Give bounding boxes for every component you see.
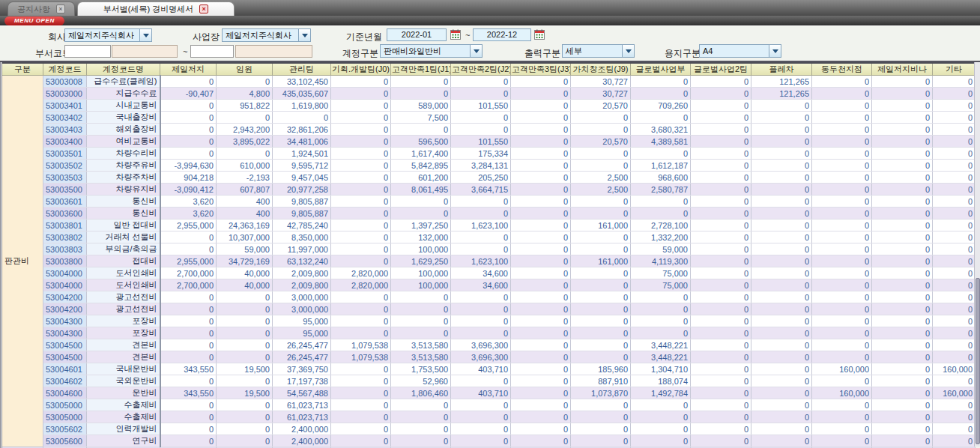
scrollbar-thumb[interactable] — [976, 278, 980, 444]
paper-size-select[interactable]: A4 — [699, 44, 781, 58]
menu-open-button[interactable]: MENU OPEN — [4, 16, 64, 25]
site-select[interactable]: 제일저지주식회사 — [222, 28, 311, 42]
account-row[interactable]: 53003802거래처 선물비010,307,0008,350,0000132,… — [1, 231, 976, 243]
amount-cell: 0 — [331, 148, 391, 160]
dept-code-input-to[interactable] — [190, 45, 234, 58]
amount-cell: 403,710 — [451, 363, 511, 375]
account-row[interactable]: 53004200광고선전비003,000,00000000000000 — [1, 303, 976, 315]
account-row[interactable]: 53004300포장비0095,00000000000000 — [1, 327, 976, 339]
account-code-cell: 53004200 — [43, 303, 87, 315]
account-row[interactable]: 53005600연구비002,400,00000000000000 — [1, 435, 976, 447]
account-row[interactable]: 53005000수출제비0061,023,71300000000000 — [1, 399, 976, 411]
account-row[interactable]: 53003800접대비2,955,00034,729,16963,132,240… — [1, 255, 976, 267]
account-row[interactable]: 53003400여비교통비03,895,02234,481,0060596,50… — [1, 136, 976, 148]
amount-cell: 0 — [331, 315, 391, 327]
account-row[interactable]: 53004500견본비0026,245,4771,079,5383,513,58… — [1, 351, 976, 363]
column-header[interactable]: 가치창조팀(J9) — [571, 63, 631, 76]
account-type-select[interactable]: 판매비와일반비 — [380, 44, 483, 58]
account-code-cell: 53005000 — [43, 411, 87, 423]
dept-code-input-from[interactable] — [64, 45, 111, 58]
column-header[interactable]: 고객만족1팀(J1) — [391, 63, 451, 76]
column-header[interactable]: 플레차 — [751, 63, 812, 76]
tab-close-icon[interactable]: × — [199, 4, 208, 13]
account-row[interactable]: 53004300포장비0095,00000000000000 — [1, 315, 976, 327]
account-row[interactable]: 53003500차량유지비-3,090,412607,80720,977,258… — [1, 184, 976, 196]
amount-cell: 0 — [571, 267, 631, 279]
amount-cell: 0 — [872, 172, 933, 184]
amount-cell: 0 — [691, 124, 751, 136]
account-row[interactable]: 53004000도서인쇄비2,700,00040,0002,009,8002,8… — [1, 267, 976, 279]
column-header[interactable]: 고객만족2팀(J2) — [451, 63, 511, 76]
account-row[interactable]: 53003503차량주차비904,218-2,1939,457,0450601,… — [1, 172, 976, 184]
account-row[interactable]: 53003402국내출장비00007,500000000000 — [1, 112, 976, 124]
column-header[interactable]: 제일저지비나 — [872, 63, 933, 76]
account-row[interactable]: 판관비53003008급수수료(클레임)0033,102,450000030,7… — [1, 76, 976, 88]
period-to-input[interactable]: 2022-12 — [473, 28, 531, 41]
account-row[interactable]: 53004601국내운반비343,55019,50037,369,75001,7… — [1, 363, 976, 375]
amount-cell: 52,960 — [391, 375, 451, 387]
chevron-down-icon[interactable] — [139, 29, 151, 41]
column-header[interactable]: 글로벌사업부 — [631, 63, 691, 76]
account-name-cell: 차량주차비 — [87, 172, 160, 184]
column-header[interactable]: 제일저지 — [160, 63, 217, 76]
amount-cell: 0 — [691, 303, 751, 315]
column-header[interactable]: 계정코드명 — [87, 63, 160, 76]
account-row[interactable]: 53003601통신비3,6204009,805,88700000000000 — [1, 196, 976, 208]
company-select[interactable]: 제일저지주식회사 — [64, 28, 152, 42]
amount-cell: 0 — [391, 423, 451, 435]
account-row[interactable]: 53004200광고선전비003,000,00000000000000 — [1, 291, 976, 303]
amount-cell: 59,000 — [217, 243, 273, 255]
account-row[interactable]: 53004000도서인쇄비2,700,00040,0002,009,8002,8… — [1, 279, 976, 291]
chevron-down-icon[interactable] — [298, 29, 310, 41]
account-row[interactable]: 53004602국외운반비0017,197,738052,96000887,91… — [1, 375, 976, 387]
account-row[interactable]: 53003501차량수리비001,924,50101,617,400175,33… — [1, 148, 976, 160]
filter-panel: 회사 제일저지주식회사 사업장 제일저지주식회사 기준년월 2022-01 ~ … — [0, 26, 980, 62]
column-header[interactable]: 동두천지점 — [812, 63, 872, 76]
calendar-icon[interactable] — [534, 29, 545, 40]
amount-cell: 0 — [691, 363, 751, 375]
account-row[interactable]: 53003403해외출장비02,943,20032,861,206000003,… — [1, 124, 976, 136]
account-row[interactable]: 53004500견본비0026,245,4771,079,5383,513,58… — [1, 339, 976, 351]
tab-notice[interactable]: 공지사항 × — [7, 1, 75, 16]
column-header[interactable]: 관리팀 — [273, 63, 331, 76]
amount-cell: 1,304,710 — [631, 363, 691, 375]
tab-expense-report[interactable]: 부서별(세목) 경비명세서 × — [77, 1, 235, 16]
amount-cell: 0 — [751, 363, 812, 375]
column-header[interactable]: 임원 — [217, 63, 273, 76]
amount-cell: 1,623,100 — [451, 220, 511, 231]
calendar-icon[interactable] — [450, 29, 461, 40]
amount-cell: 0 — [933, 375, 976, 387]
amount-cell: 0 — [451, 112, 511, 124]
account-row[interactable]: 53003502차량주유비-3,994,630610,0009,595,7120… — [1, 160, 976, 172]
vertical-scrollbar[interactable] — [974, 62, 980, 447]
account-row[interactable]: 53003000지급수수료-90,4074,800435,035,6070000… — [1, 88, 976, 100]
amount-cell: 0 — [160, 303, 217, 315]
amount-cell: 9,595,712 — [273, 160, 331, 172]
amount-cell: 0 — [751, 184, 812, 196]
amount-cell: 0 — [571, 351, 631, 363]
amount-cell: 0 — [751, 243, 812, 255]
account-row[interactable]: 53003803부의금/축의금059,00011,997,0000100,000… — [1, 243, 976, 255]
chevron-down-icon[interactable] — [470, 45, 482, 57]
account-row[interactable]: 53003401시내교통비0951,8221,619,8000589,00010… — [1, 100, 976, 112]
account-row[interactable]: 53005602인력개발비002,400,00000000000000 — [1, 423, 976, 435]
column-header[interactable]: 기획.개발팀(J0) — [331, 63, 391, 76]
account-row[interactable]: 53004600운반비343,55019,50054,567,48801,806… — [1, 387, 976, 399]
amount-cell: 0 — [812, 172, 872, 184]
period-from-input[interactable]: 2022-01 — [387, 28, 447, 41]
column-header[interactable]: 고객만족3팀(J3) — [511, 63, 571, 76]
account-name-cell: 도서인쇄비 — [87, 267, 160, 279]
chevron-down-icon[interactable] — [769, 45, 781, 57]
account-row[interactable]: 53003600통신비3,6204009,805,88700000000000 — [1, 208, 976, 220]
amount-cell: 0 — [933, 88, 976, 100]
column-header[interactable]: 글로벌사업2팀 — [691, 63, 751, 76]
column-header[interactable]: 기타 — [933, 63, 976, 76]
tab-close-icon[interactable]: × — [56, 4, 65, 13]
account-row[interactable]: 53005000수출제비0061,023,71300000000000 — [1, 411, 976, 423]
column-header[interactable]: 계정코드 — [43, 63, 87, 76]
chevron-down-icon[interactable] — [622, 45, 634, 57]
account-row[interactable]: 53003801일반 접대비2,955,00024,363,16942,785,… — [1, 220, 976, 231]
amount-cell: 435,035,607 — [273, 88, 331, 100]
column-header[interactable]: 구분 — [1, 63, 43, 76]
output-type-select[interactable]: 세부 — [562, 44, 635, 58]
